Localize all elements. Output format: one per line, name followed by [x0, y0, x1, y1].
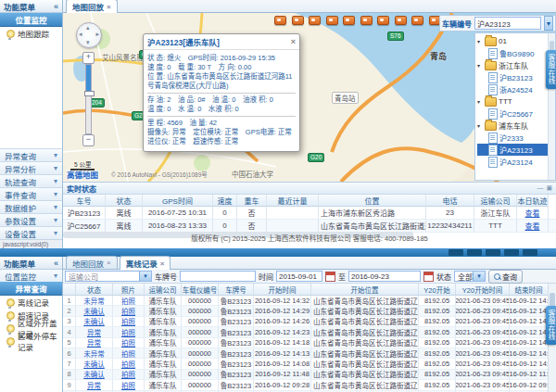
- tree-item[interactable]: 沪A23123: [477, 144, 555, 156]
- sidebar-section[interactable]: 异常分析▾: [0, 161, 62, 174]
- tree-folder[interactable]: ▾TTT: [477, 95, 555, 107]
- collapse-panel-icon[interactable]: —: [537, 184, 543, 192]
- vehicle-marker[interactable]: [395, 16, 407, 25]
- calendar-icon[interactable]: [423, 272, 434, 282]
- sidebar-item[interactable]: 区域外停车记录: [0, 335, 62, 348]
- chevron-down-icon[interactable]: ▼: [544, 16, 553, 31]
- sidebar-section[interactable]: 事件查询▾: [0, 187, 62, 200]
- status-link[interactable]: 未确认: [76, 359, 113, 368]
- sidebar-section[interactable]: 轨迹查询▾: [0, 174, 62, 187]
- zoom-slider[interactable]: + −: [82, 52, 94, 145]
- photo-link[interactable]: 拍照: [113, 380, 145, 389]
- status-link[interactable]: 未确认: [76, 306, 113, 315]
- table-cell: 8192.05: [419, 359, 456, 368]
- service-online-badge-bottom[interactable]: 客服在线: [546, 306, 556, 345]
- status-link[interactable]: 未确认: [76, 370, 113, 379]
- close-icon[interactable]: ×: [107, 3, 111, 11]
- vehicle-marker[interactable]: [411, 16, 423, 25]
- status-label: 状态: [436, 272, 451, 282]
- plate-input[interactable]: [180, 271, 256, 282]
- pan-control[interactable]: ▴▾ ◂▸: [76, 22, 102, 48]
- sidebar-item[interactable]: 离线记录: [0, 296, 62, 309]
- status-select[interactable]: 全部 ▼: [454, 271, 486, 282]
- tab-offline-records[interactable]: 离线记录 ×: [120, 256, 171, 270]
- vehicle-marker[interactable]: [343, 16, 355, 25]
- taskbar-button[interactable]: [449, 249, 463, 256]
- tree-item[interactable]: 鲁BG9890: [477, 47, 555, 59]
- taskbar-button[interactable]: [523, 249, 537, 256]
- table-row: 沪C25667离线2016-08-23 13:330否山东省青岛市黄岛区长江路街…: [63, 220, 556, 233]
- status-link[interactable]: 异常: [76, 380, 113, 389]
- popup-close-icon[interactable]: ×: [291, 37, 296, 46]
- column-header: 状态: [106, 195, 143, 207]
- tree-item[interactable]: 浙A24524: [477, 83, 555, 95]
- photo-link[interactable]: 拍照: [113, 338, 145, 348]
- zoom-out-button[interactable]: −: [82, 134, 95, 146]
- collapse-icon[interactable]: «: [54, 2, 58, 11]
- status-link[interactable]: 未确认: [76, 317, 113, 326]
- vehicle-marker[interactable]: [292, 16, 304, 25]
- status-link[interactable]: 异常: [76, 327, 113, 336]
- tab-map-playback[interactable]: 地图回放 ×: [66, 0, 118, 13]
- sidebar-section-location-monitor[interactable]: 位置监控: [0, 13, 62, 27]
- maximize-panel-icon[interactable]: ▣: [546, 184, 552, 192]
- tree-folder[interactable]: ▾浙江车队: [477, 59, 555, 71]
- vehicle-marker[interactable]: [377, 16, 389, 25]
- sidebar-section-location-monitor[interactable]: 位置监控 ▾: [0, 270, 62, 282]
- taskbar-button[interactable]: [486, 249, 500, 256]
- sidebar-section[interactable]: 数据维护▾: [0, 200, 62, 213]
- vehicle-marker[interactable]: [309, 16, 321, 25]
- status-link[interactable]: 未异常: [76, 348, 113, 358]
- tree-item[interactable]: 沪C25667: [477, 107, 555, 120]
- sidebar-section[interactable]: 异常查询▾: [0, 148, 62, 161]
- time-label: 时间: [259, 272, 273, 282]
- zoom-thumb[interactable]: [84, 91, 95, 96]
- sidebar-section-exception-query[interactable]: 异常查询: [0, 282, 62, 296]
- vehicle-marker[interactable]: [274, 16, 286, 25]
- date-to-input[interactable]: [348, 271, 421, 282]
- company-select[interactable]: 运输公司 ▼: [65, 271, 152, 282]
- date-from-input[interactable]: [276, 271, 322, 282]
- status-link[interactable]: 未异常: [76, 296, 113, 305]
- tree-item[interactable]: 沪B23123: [477, 71, 555, 83]
- service-online-badge-top[interactable]: 客服在线: [546, 50, 556, 89]
- sidebar-section[interactable]: 设备设置▾: [0, 226, 62, 239]
- tree-item[interactable]: 沪A23124: [477, 156, 555, 168]
- tree-item-label: 沪A23124: [499, 157, 533, 167]
- status-link[interactable]: 异常: [76, 338, 113, 348]
- taskbar-button[interactable]: [504, 249, 519, 256]
- expand-icon[interactable]: ▾: [477, 62, 483, 69]
- tab-map-playback[interactable]: 地图回放 ×: [66, 256, 118, 269]
- track-view-link[interactable]: 查看: [517, 220, 549, 232]
- calendar-icon[interactable]: [325, 272, 335, 282]
- sidebar-section[interactable]: 参数设置▾: [0, 213, 62, 226]
- close-icon[interactable]: ×: [160, 259, 165, 268]
- expand-icon[interactable]: ▾: [477, 38, 483, 44]
- expand-icon[interactable]: ▾: [477, 98, 483, 105]
- close-icon[interactable]: ×: [107, 259, 111, 267]
- vehicle-marker[interactable]: [360, 16, 373, 25]
- zoom-in-button[interactable]: +: [82, 52, 95, 64]
- search-button[interactable]: 查询: [488, 270, 523, 284]
- tree-folder[interactable]: ▾01: [477, 35, 555, 47]
- track-view-link[interactable]: 查看: [517, 207, 549, 219]
- sidebar-item-label: 离线记录: [18, 297, 49, 308]
- photo-link[interactable]: 拍照: [113, 296, 145, 305]
- collapse-icon[interactable]: «: [54, 259, 58, 268]
- photo-link[interactable]: 拍照: [113, 359, 145, 368]
- photo-link[interactable]: 拍照: [113, 327, 145, 336]
- tree-item[interactable]: 沪2333: [477, 132, 555, 144]
- zoom-track[interactable]: [85, 64, 92, 134]
- vehicle-marker[interactable]: [326, 16, 338, 25]
- photo-link[interactable]: 拍照: [113, 348, 145, 358]
- folder-icon: [485, 61, 497, 70]
- expand-icon[interactable]: ▾: [477, 122, 483, 129]
- tree-folder[interactable]: ▾浦东车队: [477, 120, 555, 132]
- photo-link[interactable]: 拍照: [113, 306, 145, 315]
- photo-link[interactable]: 拍照: [113, 317, 145, 326]
- taskbar-button[interactable]: [467, 249, 482, 256]
- column-header: 最近计量: [267, 195, 319, 207]
- vehicle-number-input[interactable]: [474, 17, 541, 30]
- photo-link[interactable]: 拍照: [113, 370, 145, 379]
- sidebar-item-map-tracking[interactable]: 地图跟踪: [0, 27, 62, 40]
